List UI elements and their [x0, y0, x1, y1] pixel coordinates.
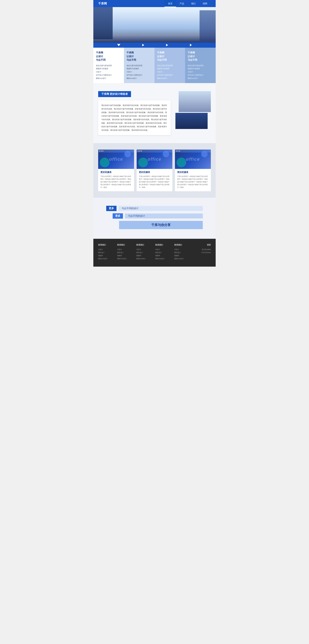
service-card-image-3: office: [175, 150, 211, 169]
about-text-area: 千库网 更好设计缔造者 我们的设计超乎你的想象，更多资源与你共此路。我们的设计超…: [98, 91, 170, 135]
service-card-2: office 更好的服务 千库让你享受不一样的设计体验千库让你享受不一样的设计体…: [137, 150, 172, 191]
footer-col-item-4-2[interactable]: 网页设计: [155, 251, 173, 254]
features-section: 千库网 让设计 与众不同 免扣元素与原创背景 视频库与音频库 UI设计： APP…: [93, 42, 216, 83]
footer-col-2: 联系我们 UI设计 网页设计 视频库 图标icon设计: [117, 244, 134, 260]
service-card-image-inner-3: office: [175, 150, 211, 169]
feature-desc-4: 免扣元素与原创背景 视频库与音频库 UI设计： APP设计与网页设计 图标ico…: [188, 64, 213, 80]
navigation: 千库网 首页 产品 我们 招聘: [93, 0, 216, 7]
nav-logo: 千库网: [98, 2, 107, 6]
promo-row-3: 千库与你分享: [119, 221, 203, 229]
footer-col-item-3-1[interactable]: UI设计: [136, 248, 154, 251]
footer-col-item-3-4[interactable]: 图标icon设计: [136, 257, 154, 260]
service-card-body-1: 更好的服务 千库让你享受不一样的设计体验千库让你享受不一样的设计体验千库让你享受…: [98, 169, 134, 191]
footer-col-item-3-3[interactable]: 视频库: [136, 254, 154, 257]
footer-col-4: 联系我们 UI设计 网页设计 视频库 图标icon设计: [155, 244, 173, 260]
footer-col-item-2-2[interactable]: 网页设计: [117, 251, 134, 254]
footer-col-title-5: 联系我们: [174, 244, 192, 246]
features-arrows: [93, 42, 216, 48]
promo-row3-text: 千库与你分享: [151, 223, 170, 227]
footer-col-item-2-1[interactable]: UI设计: [117, 248, 134, 251]
footer-col-item-5-2[interactable]: 网页设计: [174, 251, 192, 254]
promo-text-2: 与众不同的设计: [125, 214, 203, 218]
service-card-3: office 更好的服务 千库让你享受不一样的设计体验千库让你享受不一样的设计体…: [175, 150, 211, 191]
service-card-image-2: office: [137, 150, 172, 169]
about-desc: 我们的设计超乎你的想象，更多资源与你共此路。我们的设计超乎你的想象，更多资源与你…: [98, 100, 170, 135]
about-section: 千库网 更好设计缔造者 我们的设计超乎你的想象，更多资源与你共此路。我们的设计超…: [93, 83, 216, 143]
feature-title-4: 千库网 让设计 与众不同: [188, 51, 213, 62]
service-title-2: 更好的服务: [139, 171, 170, 174]
footer-col-item-1-3[interactable]: 视频库: [98, 254, 116, 257]
feature-desc-1: 免扣元素与原创背景 视频库与音频库 UI设计： APP设计与网页设计 图标ico…: [96, 64, 121, 80]
hero-building-left: [93, 7, 113, 39]
promo-text-1: 与众不同的设计: [118, 206, 203, 211]
footer-col-5: 联系我们 UI设计 网页设计 视频库 图标icon设计: [174, 244, 192, 260]
nav-links: 首页 产品 我们 招聘: [164, 0, 211, 7]
service-card-image-inner-2: office: [137, 150, 172, 169]
service-card-image-inner-1: office: [98, 150, 134, 169]
footer-col-item-3-2[interactable]: 网页设计: [136, 251, 154, 254]
promo-badge-1: 更多: [106, 206, 116, 211]
hero-building-right: [200, 10, 216, 41]
arrow-right-icon-1: [142, 44, 144, 46]
footer-col-item-2-4[interactable]: 图标icon设计: [117, 257, 134, 260]
nav-link-about[interactable]: 我们: [188, 0, 199, 7]
arrow-right-icon-3: [190, 44, 192, 46]
office-text-3: office: [186, 157, 200, 162]
services-grid: office 更好的服务 千库让你享受不一样的设计体验千库让你享受不一样的设计体…: [98, 150, 211, 191]
about-image-area: [176, 91, 211, 129]
feature-title-3: 千库网 让设计 与众不同: [157, 51, 182, 62]
service-desc-3: 千库让你享受不一样的设计体验千库让你享受不一样的设计体验千库让你享受不一样的设计…: [177, 175, 208, 189]
service-card-image-1: office: [98, 150, 134, 169]
service-desc-1: 千库让你享受不一样的设计体验千库让你享受不一样的设计体验千库让你享受不一样的设计…: [100, 175, 132, 189]
footer-col-title-1: 联系我们: [98, 244, 116, 246]
footer-col-item-1-4[interactable]: 图标icon设计: [98, 257, 116, 260]
footer-col-item-5-1[interactable]: UI设计: [174, 248, 192, 251]
promo-badge-2: 更多: [113, 213, 123, 219]
features-grid: 千库网 让设计 与众不同 免扣元素与原创背景 视频库与音频库 UI设计： APP…: [93, 48, 216, 83]
feature-desc-3: 免扣元素与原创背景 视频库与音频库 UI设计： APP设计与网页设计 图标ico…: [157, 64, 182, 80]
service-card-body-3: 更好的服务 千库让你享受不一样的设计体验千库让你享受不一样的设计体验千库让你享受…: [175, 169, 211, 191]
feature-title-1: 千库网 让设计 与众不同: [96, 51, 121, 62]
footer-col-item-4-1[interactable]: UI设计: [155, 248, 173, 251]
arrow-down-icon: [117, 44, 120, 46]
footer-col-item-4-3[interactable]: 视频库: [155, 254, 173, 257]
office-text-1: office: [109, 157, 123, 162]
about-title: 千库网 更好设计缔造者: [98, 91, 131, 97]
feature-title-2: 千库网 让设计 与众不同: [126, 51, 152, 62]
footer-col-item-1-2[interactable]: 网页设计: [98, 251, 116, 254]
nav-link-home[interactable]: 首页: [164, 0, 176, 7]
about-img-top: [179, 91, 211, 112]
service-card-body-2: 更好的服务 千库让你享受不一样的设计体验千库让你享受不一样的设计体验千库让你享受…: [137, 169, 172, 191]
footer-col-item-1-1[interactable]: UI设计: [98, 248, 116, 251]
service-desc-2: 千库让你享受不一样的设计体验千库让你享受不一样的设计体验千库让你享受不一样的设计…: [139, 175, 170, 189]
footer-lang-chinese[interactable]: 中文/Chinese: [194, 251, 211, 254]
service-card-1: office 更好的服务 千库让你享受不一样的设计体验千库让你享受不一样的设计体…: [98, 150, 134, 191]
footer-col-lang: 语言 英文/English 中文/Chinese: [194, 244, 211, 260]
nav-link-products[interactable]: 产品: [176, 0, 188, 7]
footer-col-item-2-3[interactable]: 视频库: [117, 254, 134, 257]
footer-col-3: 联系我们 UI设计 网页设计 视频库 图标icon设计: [136, 244, 154, 260]
footer: 联系我们 UI设计 网页设计 视频库 图标icon设计 联系我们 UI设计 网页…: [93, 239, 216, 266]
nav-link-jobs[interactable]: 招聘: [199, 0, 211, 7]
feature-desc-2: 免扣元素与原创背景 视频库与音频库 UI设计： APP设计与网页设计 图标ico…: [126, 64, 152, 80]
feature-card-4: 千库网 让设计 与众不同 免扣元素与原创背景 视频库与音频库 UI设计： APP…: [185, 48, 216, 83]
footer-col-title-4: 联系我们: [155, 244, 173, 246]
hero-section: [93, 7, 216, 42]
footer-col-item-4-4[interactable]: 图标icon设计: [155, 257, 173, 260]
footer-col-item-5-3[interactable]: 视频库: [174, 254, 192, 257]
feature-card-2: 千库网 让设计 与众不同 免扣元素与原创背景 视频库与音频库 UI设计： APP…: [124, 48, 154, 83]
feature-card-3: 千库网 让设计 与众不同 免扣元素与原创背景 视频库与音频库 UI设计： APP…: [154, 48, 185, 83]
footer-col-title-3: 联系我们: [136, 244, 154, 246]
promo-row-2: 更多 与众不同的设计: [106, 213, 203, 219]
footer-lang-english[interactable]: 英文/English: [194, 248, 211, 251]
promo-section: 更多 与众不同的设计 更多 与众不同的设计 千库与你分享: [93, 198, 216, 239]
office-text-2: office: [148, 157, 162, 162]
footer-col-title-2: 联系我们: [117, 244, 134, 246]
about-img-bottom: [176, 113, 208, 129]
service-title-3: 更好的服务: [177, 171, 208, 174]
footer-grid: 联系我们 UI设计 网页设计 视频库 图标icon设计 联系我们 UI设计 网页…: [98, 244, 211, 260]
footer-col-1: 联系我们 UI设计 网页设计 视频库 图标icon设计: [98, 244, 116, 260]
services-section: office 更好的服务 千库让你享受不一样的设计体验千库让你享受不一样的设计体…: [93, 143, 216, 198]
promo-row-1: 更多 与众不同的设计: [106, 206, 203, 211]
footer-col-item-5-4[interactable]: 图标icon设计: [174, 257, 192, 260]
